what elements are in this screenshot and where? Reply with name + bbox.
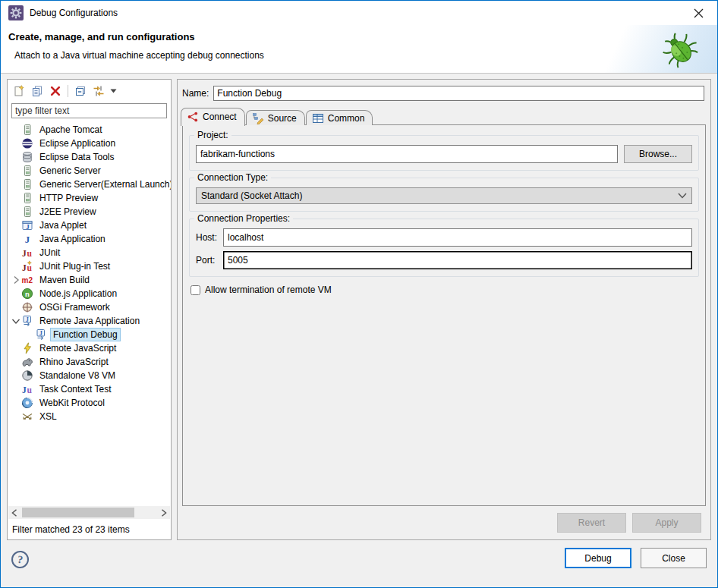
horizontal-scrollbar[interactable] [8,506,170,519]
svg-text:J: J [26,316,29,323]
svg-text:u: u [27,385,33,395]
tree-item[interactable]: Apache Tomcat [8,123,171,137]
tree-item[interactable]: Eclipse Data Tools [8,150,171,164]
tree-item[interactable]: JuTask Context Test [8,382,171,396]
help-icon[interactable]: ? [11,550,30,570]
connection-type-label: Connection Type: [194,172,271,183]
close-button[interactable]: Close [641,548,707,568]
tree-item[interactable]: Standalone V8 VM [8,369,171,382]
scroll-right-icon[interactable] [158,507,170,518]
junit-icon: Ju [21,247,33,259]
window-close-icon[interactable] [687,3,710,23]
remote-java-icon: J [21,315,33,327]
connection-type-group: Connection Type: Standard (Socket Attach… [189,178,699,212]
configuration-tree: Apache TomcatEclipse ApplicationEclipse … [8,121,171,505]
tree-item-label: Standalone V8 VM [37,369,118,382]
tree-item[interactable]: JuJUnit Plug-in Test [8,259,171,273]
tree-item[interactable]: WebKit Protocol [8,396,171,410]
tab-source[interactable]: Source [246,110,305,125]
svg-text:J: J [22,249,27,258]
tree-item-label: Function Debug [51,329,120,341]
tree-item[interactable]: XSL [8,410,171,423]
tree-item[interactable]: m2Maven Build [8,273,171,287]
tree-item-label: Eclipse Application [37,137,118,149]
tree-item[interactable]: Remote JavaScript [8,341,171,355]
debug-button[interactable]: Debug [565,548,631,568]
scrollbar-track[interactable] [20,507,158,518]
maven-icon: m2 [21,274,33,286]
new-configuration-icon[interactable] [11,83,27,99]
duplicate-icon[interactable] [29,83,46,99]
tree-item[interactable]: JuJUnit [8,246,171,259]
expand-chevron-right-icon[interactable] [11,274,21,286]
scrollbar-thumb[interactable] [22,508,134,517]
tree-item[interactable]: Rhino JavaScript [8,355,171,369]
filter-icon[interactable] [90,83,107,99]
delete-icon[interactable] [47,83,64,99]
expander-spacer [11,192,21,204]
allow-termination-label: Allow termination of remote VM [205,285,332,295]
collapse-all-icon[interactable] [72,83,89,99]
filter-input[interactable] [11,103,167,118]
allow-termination-checkbox[interactable] [191,285,200,295]
dropdown-caret-icon[interactable] [109,83,118,99]
tree-item[interactable]: J2EE Preview [8,205,171,219]
tab-label: Source [268,113,297,124]
tree-item[interactable]: OSGi Framework [8,300,171,314]
junit-plugin-icon: Ju [21,260,33,272]
tree-item-label: J2EE Preview [37,206,99,218]
tree-item-label: Java Application [37,233,108,245]
tree-item[interactable]: JJava Application [8,232,171,246]
tree-item-label: Task Context Test [37,383,114,395]
tree-item[interactable]: JRemote Java Application [8,314,171,328]
header-banner: Create, manage, and run configurations A… [1,25,717,73]
port-input[interactable] [223,251,692,269]
v8-icon [21,369,33,382]
banner-separator [1,73,717,74]
tab-common[interactable]: Common [306,110,373,125]
connect-tab-icon [187,111,199,123]
name-label: Name: [182,88,209,99]
dialog-footer: ? Debug Close [1,541,717,587]
tree-item[interactable]: JJava Applet [8,219,171,232]
host-input[interactable] [223,228,692,247]
tree-item-label: XSL [37,410,59,423]
svg-text:J: J [22,385,27,395]
tree-item-label: JUnit Plug-in Test [37,260,112,272]
tree-item[interactable]: nNode.js Application [8,287,171,300]
tree-item-label: Maven Build [37,274,92,286]
gear-icon [8,5,24,20]
name-input[interactable] [213,86,704,101]
expander-spacer [11,369,21,382]
apply-button[interactable]: Apply [632,513,701,533]
tree-item[interactable]: Generic Server(External Launch) [8,178,171,191]
tree-item[interactable]: HTTP Preview [8,191,171,205]
tree-item-label: Remote Java Application [37,315,142,327]
banner-title: Create, manage, and run configurations [8,31,195,42]
connection-type-value: Standard (Socket Attach) [201,190,302,201]
project-input[interactable] [196,145,618,163]
expander-spacer [24,329,35,341]
svg-text:J: J [25,234,30,245]
host-label: Host: [196,232,223,243]
connection-type-select[interactable]: Standard (Socket Attach) [196,187,692,204]
expander-spacer [11,247,21,259]
window-title: Debug Configurations [30,8,118,18]
configurations-toolbar [8,80,171,102]
debug-configurations-dialog: Debug Configurations Create, manage, and… [0,0,718,588]
project-group-label: Project: [194,130,231,140]
tree-item[interactable]: JFunction Debug [8,328,171,341]
task-context-icon: Ju [21,383,33,395]
expander-spacer [11,356,21,368]
collapse-chevron-down-icon[interactable] [11,315,21,327]
toolbar-separator [68,85,68,97]
tab-connect[interactable]: Connect [181,108,245,126]
scroll-left-icon[interactable] [8,507,20,518]
tree-item[interactable]: Generic Server [8,164,171,178]
tree-item[interactable]: Eclipse Application [8,137,171,150]
remote-java-icon: J [35,329,47,341]
revert-button[interactable]: Revert [557,513,626,533]
browse-button[interactable]: Browse... [624,145,692,163]
expander-spacer [11,178,21,190]
tree-item-label: JUnit [37,247,62,259]
